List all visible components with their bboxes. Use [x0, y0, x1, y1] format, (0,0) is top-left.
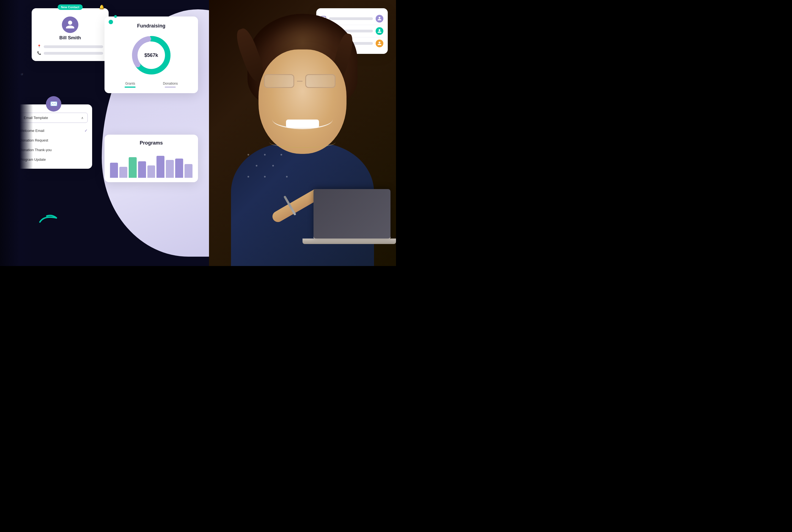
- grants-label: Grants: [125, 82, 135, 86]
- dark-left-overlay: [0, 0, 33, 266]
- bar-chart: [110, 150, 192, 178]
- phone-icon: 📞: [37, 51, 41, 56]
- bar-9: [185, 164, 192, 178]
- bell-icon: 🔔: [99, 4, 105, 10]
- fundraising-card: Fundraising $567k Grants Donations: [105, 17, 198, 93]
- donut-legend: Grants Donations: [111, 82, 191, 88]
- new-contact-badge: New Contact: [58, 4, 83, 10]
- glasses-bridge: [297, 81, 302, 82]
- glasses-left-lens: [264, 74, 294, 88]
- checkmark-icon: ✓: [85, 128, 88, 133]
- grants-bar: [125, 87, 135, 88]
- bar-4: [138, 161, 146, 178]
- laptop-screen: [313, 189, 390, 239]
- bar-8: [175, 158, 183, 178]
- bar-3: [129, 157, 137, 178]
- contact-address-row: 📍: [37, 44, 103, 49]
- donations-bar: [165, 87, 176, 88]
- location-icon: 📍: [37, 44, 41, 49]
- glasses: [264, 74, 335, 91]
- task-text-1: [329, 17, 373, 20]
- teal-dot-1: [109, 20, 113, 24]
- contact-name: Bill Smith: [37, 35, 103, 41]
- teeth: [286, 119, 319, 128]
- avatar-person-icon-2: [377, 29, 382, 33]
- contact-info: 📍 📞: [37, 44, 103, 56]
- programs-card: Programs: [105, 135, 198, 182]
- avatar-person-icon: [377, 17, 382, 21]
- contact-phone-row: 📞: [37, 51, 103, 56]
- donations-legend: Donations: [163, 82, 178, 88]
- chevron-up-icon: ∧: [81, 116, 84, 120]
- laptop-display: [313, 189, 390, 239]
- task-avatar-1: [376, 15, 383, 22]
- teal-dot-2: [114, 15, 117, 18]
- donations-label: Donations: [163, 82, 178, 86]
- scene: New Contact 🔔 Bill Smith 📍 📞 ✉️ Email T: [0, 0, 396, 266]
- grants-legend: Grants: [125, 82, 135, 88]
- bar-2: [119, 167, 127, 178]
- bar-5: [147, 166, 155, 178]
- phone-bar: [44, 52, 103, 55]
- email-icon-circle: ✉️: [46, 96, 61, 112]
- contact-avatar: [62, 17, 78, 33]
- bar-1: [110, 163, 118, 178]
- contact-card: New Contact 🔔 Bill Smith 📍 📞: [32, 8, 109, 61]
- bar-6: [156, 156, 164, 178]
- address-bar: [44, 45, 103, 48]
- donut-center-amount: $567k: [144, 53, 158, 58]
- avatar-person-icon-3: [377, 41, 382, 45]
- donut-chart: $567k: [129, 33, 173, 77]
- programs-title: Programs: [110, 140, 192, 146]
- bar-7: [166, 160, 174, 178]
- fundraising-title: Fundraising: [111, 23, 191, 29]
- necklace: [270, 137, 335, 148]
- teal-swoosh: [38, 214, 58, 223]
- glasses-right-lens: [305, 74, 335, 88]
- task-avatar-2: [376, 27, 383, 35]
- person-icon: [65, 20, 75, 30]
- task-avatar-3: [376, 40, 383, 47]
- laptop-base: [302, 239, 396, 244]
